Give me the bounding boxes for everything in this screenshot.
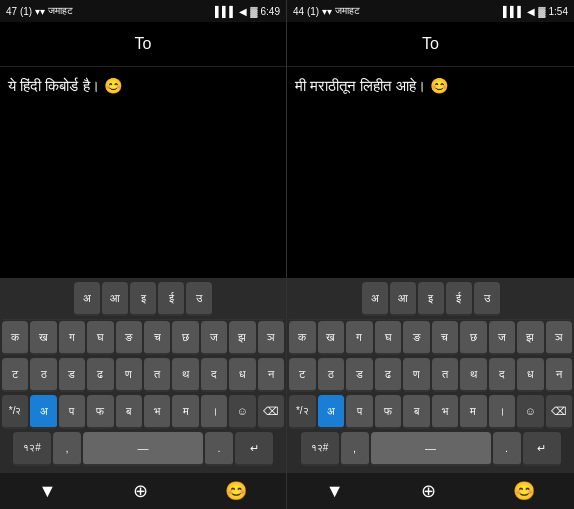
to-label-1: To xyxy=(8,35,278,53)
key-ga1[interactable]: ग xyxy=(59,321,85,355)
key-ta2-1[interactable]: त xyxy=(144,358,170,392)
key-a-blue-1[interactable]: अ xyxy=(30,395,56,429)
key-space-1[interactable]: — xyxy=(83,432,203,466)
key-jha2[interactable]: झ xyxy=(517,321,544,355)
key-nya1[interactable]: ञ xyxy=(258,321,284,355)
key-nya2[interactable]: ञ xyxy=(546,321,573,355)
key-ii2[interactable]: ई xyxy=(446,282,472,316)
to-label-2: To xyxy=(295,35,566,53)
key-da-2[interactable]: ड xyxy=(346,358,373,392)
globe-icon-2[interactable]: ⊕ xyxy=(421,480,436,502)
key-ka2[interactable]: क xyxy=(289,321,316,355)
key-num1[interactable]: */२ xyxy=(2,395,28,429)
key-pha1[interactable]: फ xyxy=(87,395,113,429)
key-emoji2[interactable]: ☺ xyxy=(517,395,544,429)
key-aa1[interactable]: आ xyxy=(102,282,128,316)
to-field-2[interactable]: To xyxy=(287,22,574,67)
key-dha-2[interactable]: ढ xyxy=(375,358,402,392)
key-a1[interactable]: अ xyxy=(74,282,100,316)
key-backspace-1[interactable]: ⌫ xyxy=(258,395,284,429)
keyboard-down-icon-1[interactable]: ▼ xyxy=(39,481,57,502)
key-gha1[interactable]: घ xyxy=(87,321,113,355)
key-ga2[interactable]: ग xyxy=(346,321,373,355)
consonant-row3-2: */२ अ प फ ब भ म । ☺ ⌫ xyxy=(289,395,572,429)
key-jha1[interactable]: झ xyxy=(229,321,255,355)
phone-panel-1: 47 (1) ▾▾ जमाहट ▌▌▌ ◀ ▓ 6:49 To ये हिंदी… xyxy=(0,0,287,509)
key-ma1[interactable]: म xyxy=(172,395,198,429)
key-da2-2[interactable]: द xyxy=(489,358,516,392)
key-dha2-2[interactable]: ध xyxy=(517,358,544,392)
key-a-blue-2[interactable]: अ xyxy=(318,395,345,429)
key-numpad1[interactable]: १२# xyxy=(13,432,51,466)
key-na2-2[interactable]: न xyxy=(546,358,573,392)
key-dha2-1[interactable]: ध xyxy=(229,358,255,392)
status-right-2: ▌▌▌ ◀ ▓ 1:54 xyxy=(503,6,568,17)
key-ii1[interactable]: ई xyxy=(158,282,184,316)
bottom-bar-1: ▼ ⊕ 😊 xyxy=(0,473,286,509)
key-na-2[interactable]: ण xyxy=(403,358,430,392)
key-i2[interactable]: इ xyxy=(418,282,444,316)
key-ba2[interactable]: ब xyxy=(403,395,430,429)
consonant-row1-1: क ख ग घ ङ च छ ज झ ञ xyxy=(2,321,284,355)
key-danda2[interactable]: । xyxy=(489,395,516,429)
key-bha2[interactable]: भ xyxy=(432,395,459,429)
key-pha2[interactable]: फ xyxy=(375,395,402,429)
keyboard-down-icon-2[interactable]: ▼ xyxy=(326,481,344,502)
key-period2[interactable]: . xyxy=(493,432,521,466)
key-kha1[interactable]: ख xyxy=(30,321,56,355)
message-area-2[interactable]: मी मराठीतून लिहीत आहे। 😊 xyxy=(287,67,574,278)
key-da2-1[interactable]: द xyxy=(201,358,227,392)
key-aa2[interactable]: आ xyxy=(390,282,416,316)
key-bha1[interactable]: भ xyxy=(144,395,170,429)
key-nga1[interactable]: ङ xyxy=(116,321,142,355)
key-danda1[interactable]: । xyxy=(201,395,227,429)
key-pa1[interactable]: प xyxy=(59,395,85,429)
time-1: 6:49 xyxy=(261,6,280,17)
key-comma1[interactable]: , xyxy=(53,432,81,466)
key-space-2[interactable]: — xyxy=(371,432,491,466)
key-enter-1[interactable]: ↵ xyxy=(235,432,273,466)
key-num2[interactable]: */२ xyxy=(289,395,316,429)
key-a2[interactable]: अ xyxy=(362,282,388,316)
message-area-1[interactable]: ये हिंदी किबोर्ड है। 😊 xyxy=(0,67,286,278)
key-ta-2[interactable]: ट xyxy=(289,358,316,392)
key-ja1[interactable]: ज xyxy=(201,321,227,355)
key-ta2-2[interactable]: त xyxy=(432,358,459,392)
key-tha1[interactable]: ठ xyxy=(30,358,56,392)
key-ka1[interactable]: क xyxy=(2,321,28,355)
key-comma2[interactable]: , xyxy=(341,432,369,466)
key-nga2[interactable]: ङ xyxy=(403,321,430,355)
battery-icon-2: ▓ xyxy=(538,6,545,17)
key-pa2[interactable]: प xyxy=(346,395,373,429)
key-ja2[interactable]: ज xyxy=(489,321,516,355)
to-field-1[interactable]: To xyxy=(0,22,286,67)
key-chha1[interactable]: छ xyxy=(172,321,198,355)
key-emoji1[interactable]: ☺ xyxy=(229,395,255,429)
key-ma2[interactable]: म xyxy=(460,395,487,429)
key-ba1[interactable]: ब xyxy=(116,395,142,429)
key-tha2-2[interactable]: थ xyxy=(460,358,487,392)
key-kha2[interactable]: ख xyxy=(318,321,345,355)
key-gha2[interactable]: घ xyxy=(375,321,402,355)
key-na1[interactable]: ण xyxy=(116,358,142,392)
key-cha1[interactable]: च xyxy=(144,321,170,355)
key-dha1[interactable]: ढ xyxy=(87,358,113,392)
key-period1[interactable]: . xyxy=(205,432,233,466)
key-da1[interactable]: ड xyxy=(59,358,85,392)
emoji-icon-1[interactable]: 😊 xyxy=(225,480,247,502)
key-chha2[interactable]: छ xyxy=(460,321,487,355)
key-u1[interactable]: उ xyxy=(186,282,212,316)
key-ta1[interactable]: ट xyxy=(2,358,28,392)
key-numpad2[interactable]: १२# xyxy=(301,432,339,466)
key-tha-2[interactable]: ठ xyxy=(318,358,345,392)
keyboard-1: अ आ इ ई उ क ख ग घ ङ च छ ज झ ञ ट ठ ड ढ ण … xyxy=(0,278,286,473)
key-u2[interactable]: उ xyxy=(474,282,500,316)
emoji-icon-2[interactable]: 😊 xyxy=(513,480,535,502)
key-enter-2[interactable]: ↵ xyxy=(523,432,561,466)
key-backspace-2[interactable]: ⌫ xyxy=(546,395,573,429)
globe-icon-1[interactable]: ⊕ xyxy=(133,480,148,502)
key-i1[interactable]: इ xyxy=(130,282,156,316)
key-cha2[interactable]: च xyxy=(432,321,459,355)
key-tha2-1[interactable]: थ xyxy=(172,358,198,392)
key-na2-1[interactable]: न xyxy=(258,358,284,392)
